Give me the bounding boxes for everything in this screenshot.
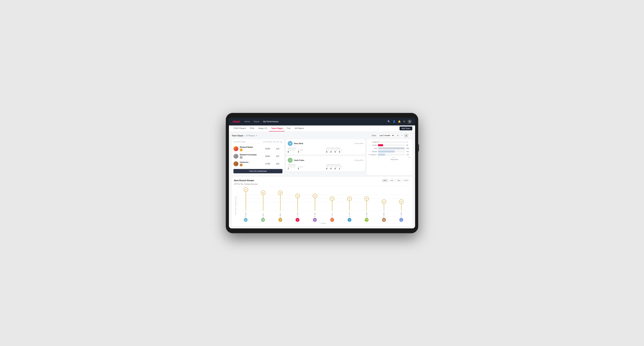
bar-fill-bogeys (378, 151, 394, 153)
arg-val-rees: 0 (334, 151, 338, 153)
view-full-leaderboard-btn[interactable]: View Full Leaderboard (234, 169, 282, 173)
streak-col-0: 7x (237, 186, 254, 211)
streak-line-9: 3x (401, 202, 402, 211)
avatar-icon[interactable]: A (408, 120, 412, 124)
streak-dot-2: 6x (278, 190, 282, 195)
tab-all-players[interactable]: All Players (293, 126, 306, 131)
lb-header: PLAYER NAME PB SCORE PB AVG SQ (234, 141, 282, 144)
avatar-2: EC (234, 154, 238, 159)
pc-stats-rees: Total Rounds Tournament 8 Practice (288, 147, 363, 153)
player-info-2: EC Edward Crossman 2 (234, 154, 262, 159)
card-view-btn[interactable]: ▤ (404, 134, 408, 138)
player-row-2: EC Edward Crossman 2 18/20 107 (234, 153, 282, 160)
nav-links: Home Teams My Performance (244, 120, 383, 124)
player-card-rees: RB Rees Britt 02 Sep 2023 Total Rounds T… (286, 139, 365, 155)
streak-player-name-7: M. Miller (366, 212, 368, 218)
tab-hcaps[interactable]: Hcaps 1-5 (256, 126, 269, 131)
filter-putt[interactable]: PUTT (403, 179, 410, 182)
player-cards-col: RB Rees Britt 02 Sep 2023 Total Rounds T… (286, 139, 365, 175)
tab-pgat[interactable]: PGAT Players (232, 126, 248, 131)
streak-avatar-9: CQ (399, 218, 403, 222)
streak-avatar-6: DF (348, 218, 352, 222)
streak-col-7: 4x (358, 186, 376, 211)
practice-label-josh: Practice (298, 166, 303, 168)
bar-label-dbogeys: D. Bogeys + (368, 154, 377, 156)
rank-badge-1: 1 (240, 149, 242, 151)
streak-player-name-6: D. Ford (348, 212, 350, 218)
streak-avatar-5: EC (330, 218, 334, 222)
nav-home[interactable]: Home (244, 120, 250, 124)
streak-avatar-2: DB (278, 218, 282, 222)
tablet-screen: clippd Home Teams My Performance 🔍 👤 🔔 ⚙… (229, 118, 415, 228)
practice-val-rees: 4 (298, 151, 303, 153)
bar-label-birdies: Birdies (368, 144, 377, 146)
tab-team-clippd[interactable]: Team Clippd (269, 126, 285, 131)
tablet-frame: clippd Home Teams My Performance 🔍 👤 🔔 ⚙… (226, 113, 418, 233)
nav-teams[interactable]: Teams (254, 120, 260, 124)
table-view-btn[interactable]: ↕ (408, 134, 412, 138)
app-val-rees: 0 (330, 151, 333, 153)
list-view-btn[interactable]: ≡ (400, 134, 404, 138)
add-team-button[interactable]: Add Team (400, 127, 412, 130)
avatar-3: C (234, 161, 238, 166)
streak-player-name-0: E. Ewert (245, 212, 246, 218)
putt-val-josh: 1 (339, 168, 343, 170)
streak-line-0: 7x (246, 190, 246, 211)
avg-3: 103 (273, 163, 282, 165)
total-practice-label-rees: Total Practice Activities (326, 147, 363, 149)
streak-col-2: 6x (272, 186, 289, 211)
streak-line-5: 4x (332, 199, 332, 211)
bar-track-birdies (378, 144, 405, 146)
tournament-val-josh: 7 (288, 168, 295, 170)
filter-ott[interactable]: OTT (382, 179, 388, 182)
nav-my-performance[interactable]: My Performance (263, 120, 278, 124)
streaks-avatars: EEBMDBJCRBECDFMMRBCQ (237, 218, 410, 222)
tab-tour[interactable]: Tour (285, 126, 292, 131)
tab-pga[interactable]: PGA (248, 126, 256, 131)
streak-dot-3: 5x (296, 194, 300, 198)
streak-col-9: 3x (392, 186, 410, 211)
streak-player-name-4: R. Britt (314, 212, 316, 218)
streak-avatar-7: MM (365, 218, 368, 222)
pc-date-josh: 26 Aug 2023 (354, 159, 363, 161)
bar-track-bogeys (378, 151, 405, 153)
player-row-3: C Cameron... 3 17/20 103 (234, 160, 282, 168)
streak-line-8: 3x (384, 202, 384, 211)
player-info-1: RB Richard Butler 1 (234, 146, 262, 151)
user-icon[interactable]: 👤 (393, 120, 396, 123)
total-practice-label-josh: Total Practice Activities (326, 164, 363, 166)
show-label: Show (372, 135, 376, 137)
col-pb-score: PB SCORE (262, 141, 273, 143)
avatar-josh: JC (288, 158, 292, 163)
filter-app[interactable]: APP (389, 179, 395, 182)
tournament-label-rees: Tournament (288, 149, 295, 151)
player-count-text: 14 Players (246, 135, 255, 137)
main-content: Team Clippd | 14 Players ✏ Show Last 3 m… (229, 132, 415, 228)
filter-buttons: OTT APP ARG PUTT (382, 179, 410, 182)
team-name: Team Clippd (232, 135, 243, 137)
streak-col-1: 6x (254, 186, 272, 211)
score-1: 19/20 (262, 148, 273, 150)
total-rounds-label-rees: Total Rounds (288, 147, 325, 149)
bar-fill-birdies (378, 144, 383, 146)
period-select[interactable]: Last 3 months Last 6 months Last year (378, 134, 394, 137)
bar-row-dbogeys: D. Bogeys + 131 (368, 154, 410, 156)
avatar-rees: RB (288, 141, 292, 146)
filter-arg[interactable]: ARG (396, 179, 402, 182)
bar-row-birdies: Birdies 96 (368, 144, 410, 146)
search-icon[interactable]: 🔍 (388, 120, 390, 123)
tournament-val-rees: 8 (288, 151, 295, 153)
grid-view-btn[interactable]: ⊞ (396, 134, 400, 138)
players-label: Players (237, 222, 410, 224)
practice-label-rees: Practice (298, 149, 303, 151)
player-name-2: Edward Crossman (240, 154, 257, 156)
settings-icon[interactable]: ⚙ (403, 120, 405, 123)
streak-dot-4: 5x (313, 194, 317, 198)
bell-icon[interactable]: 🔔 (398, 120, 401, 123)
bar-track-eagles (378, 141, 405, 143)
edit-icon[interactable]: ✏ (256, 135, 257, 137)
pc-name-josh: Josh Coles (294, 159, 304, 161)
streaks-cols: 7x6x6x5x5x4x4x4x3x3x (237, 186, 410, 211)
bar-fill-eagles (378, 141, 378, 143)
col-pb-avg: PB AVG SQ (273, 141, 282, 143)
